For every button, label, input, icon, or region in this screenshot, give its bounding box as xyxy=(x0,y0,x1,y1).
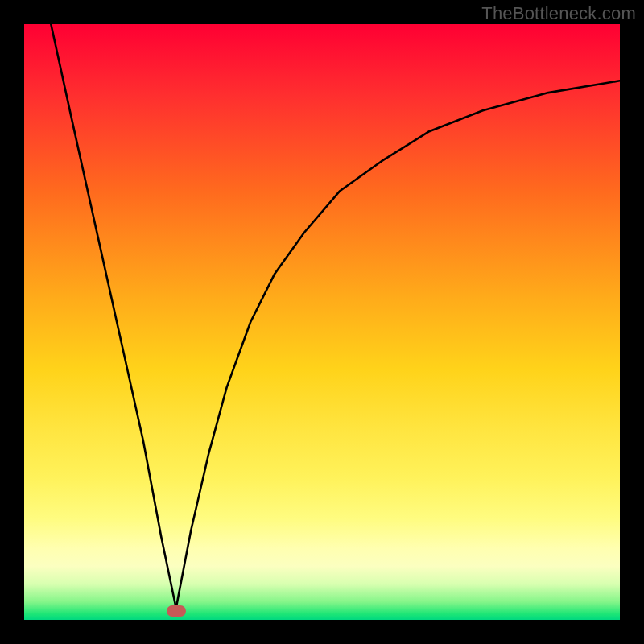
chart-frame: TheBottleneck.com xyxy=(0,0,644,644)
curve-svg xyxy=(24,24,620,620)
plot-area xyxy=(24,24,620,620)
curve-right xyxy=(176,80,620,608)
watermark-text: TheBottleneck.com xyxy=(481,3,636,24)
curve-left xyxy=(51,24,175,608)
min-marker xyxy=(167,605,186,617)
